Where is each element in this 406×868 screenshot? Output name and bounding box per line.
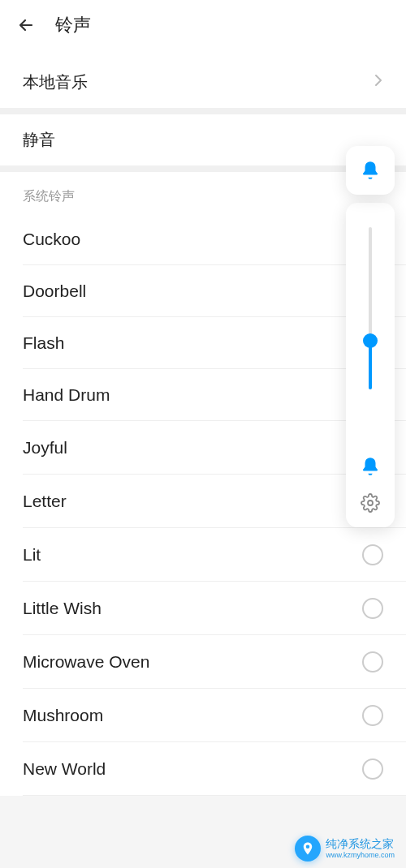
slider-track[interactable] [369, 227, 372, 389]
divider [0, 165, 406, 172]
local-music-row[interactable]: 本地音乐 [0, 57, 406, 108]
ringtone-label: Little Wish [23, 599, 102, 618]
system-ringtones-header: 系统铃声 [0, 172, 406, 213]
ringtone-label: Hand Drum [23, 385, 110, 405]
ringtone-item[interactable]: Letter [0, 475, 406, 528]
chevron-right-icon [374, 73, 383, 92]
slider-thumb[interactable] [363, 333, 378, 348]
watermark-text: 纯净系统之家 www.kzmyhome.com [326, 837, 395, 860]
ringtone-item[interactable]: Lit [0, 528, 406, 582]
bell-icon [360, 160, 381, 181]
local-music-label: 本地音乐 [23, 71, 88, 93]
ringtone-label: Letter [23, 492, 67, 511]
gear-icon [361, 493, 380, 513]
radio-unchecked[interactable] [362, 544, 383, 565]
watermark: 纯净系统之家 www.kzmyhome.com [295, 836, 395, 862]
ringtone-label: Lit [23, 545, 41, 565]
ringtone-item[interactable]: Little Wish [0, 582, 406, 635]
ringtone-label: New World [23, 759, 106, 779]
volume-mode-button[interactable] [346, 146, 395, 195]
ringtone-item[interactable]: Flash [0, 317, 406, 369]
radio-unchecked[interactable] [362, 598, 383, 619]
radio-unchecked[interactable] [362, 651, 383, 672]
silent-label: 静音 [23, 129, 55, 151]
volume-panel [346, 203, 395, 527]
radio-unchecked[interactable] [362, 758, 383, 780]
back-button[interactable] [16, 14, 39, 37]
slider-fill [369, 341, 372, 389]
silent-row[interactable]: 静音 [0, 114, 406, 165]
ringtone-label: Flash [23, 333, 64, 353]
watermark-title: 纯净系统之家 [326, 837, 395, 851]
ring-mode-button[interactable] [360, 456, 381, 480]
ringtone-item[interactable]: New World [0, 742, 406, 796]
page-title: 铃声 [55, 13, 91, 37]
volume-slider[interactable] [352, 219, 388, 449]
ringtone-item[interactable]: Microwave Oven [0, 635, 406, 689]
ringtone-item[interactable]: Hand Drum [0, 369, 406, 421]
watermark-url: www.kzmyhome.com [326, 851, 395, 860]
ringtone-item[interactable]: Mushroom [0, 689, 406, 742]
radio-unchecked[interactable] [362, 705, 383, 726]
ringtone-label: Cuckoo [23, 230, 80, 249]
ringtone-label: Mushroom [23, 706, 103, 725]
ringtone-list: Cuckoo Doorbell Flash Hand Drum Joyful L… [0, 213, 406, 796]
ringtone-item[interactable]: Doorbell [0, 265, 406, 317]
ringtone-label: Microwave Oven [23, 652, 149, 672]
divider [0, 108, 406, 114]
ringtone-label: Joyful [23, 438, 67, 458]
ringtone-label: Doorbell [23, 281, 86, 301]
settings-button[interactable] [361, 493, 380, 516]
watermark-icon [295, 836, 321, 862]
bell-icon [360, 456, 381, 477]
svg-point-0 [368, 501, 373, 505]
ringtone-item[interactable]: Joyful [0, 421, 406, 475]
ringtone-item[interactable]: Cuckoo [0, 213, 406, 265]
